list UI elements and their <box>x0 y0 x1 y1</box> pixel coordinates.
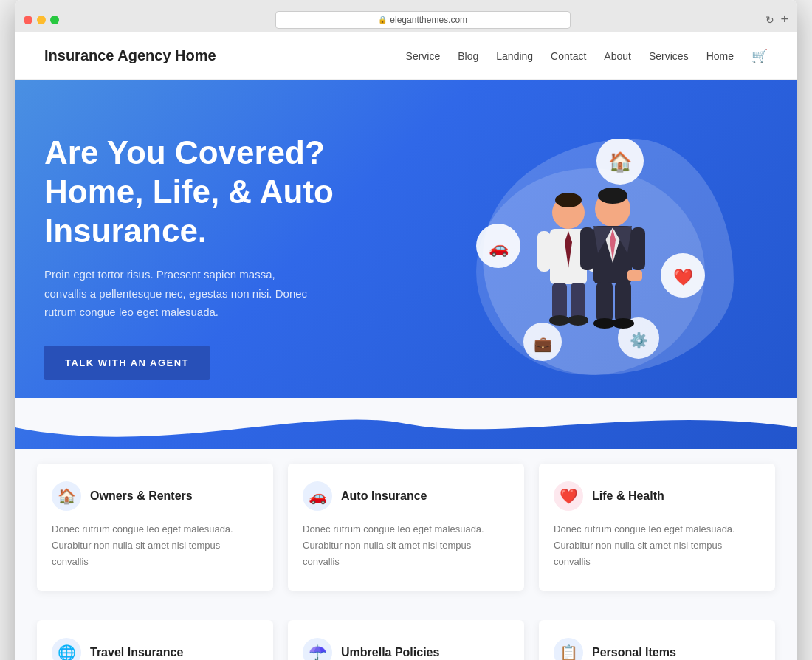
nav-landing[interactable]: Landing <box>496 50 533 62</box>
browser-chrome: 🔒 elegantthemes.com ↻ + <box>15 0 797 32</box>
svg-point-19 <box>549 315 570 326</box>
hero-title: Are You Covered?Home, Life, & AutoInsura… <box>44 134 399 250</box>
minimize-button[interactable] <box>37 16 46 24</box>
card-title-life: Life & Health <box>592 489 664 503</box>
svg-point-12 <box>555 193 582 207</box>
nav-home[interactable]: Home <box>706 50 734 62</box>
card-header-auto: 🚗 Auto Insurance <box>303 481 509 511</box>
card-icon-owners: 🏠 <box>52 481 81 511</box>
card-owners-renters[interactable]: 🏠 Owners & Renters Donec rutrum congue l… <box>37 464 273 591</box>
card-personal[interactable]: 📋 Personal Items Donec rutrum congue leo… <box>539 620 775 660</box>
svg-text:⚙️: ⚙️ <box>630 331 648 349</box>
site-logo: Insurance Agency Home <box>44 47 216 64</box>
card-icon-personal: 📋 <box>554 638 583 660</box>
nav-about[interactable]: About <box>604 50 631 62</box>
hero-illustration: 🏠 🚗 ❤️ ⚙️ 💼 <box>399 124 768 390</box>
card-header-umbrella: ☂️ Umbrella Policies <box>303 638 509 660</box>
card-text-auto: Donec rutrum congue leo eget malesuada. … <box>303 521 509 570</box>
card-umbrella[interactable]: ☂️ Umbrella Policies Donec rutrum congue… <box>288 620 524 660</box>
traffic-lights <box>24 16 59 24</box>
close-button[interactable] <box>24 16 32 24</box>
nav-blog[interactable]: Blog <box>458 50 478 62</box>
browser-window: 🔒 elegantthemes.com ↻ + Insurance Agency… <box>15 0 797 660</box>
svg-rect-15 <box>537 231 551 272</box>
svg-rect-28 <box>580 227 594 270</box>
wave-divider <box>15 398 797 449</box>
cart-icon[interactable]: 🛒 <box>751 48 768 64</box>
nav-contact[interactable]: Contact <box>551 50 586 62</box>
svg-point-34 <box>612 318 634 329</box>
cards-section-2: 🌐 Travel Insurance Donec rutrum congue l… <box>15 620 797 660</box>
nav-services[interactable]: Services <box>649 50 689 62</box>
card-header-travel: 🌐 Travel Insurance <box>52 638 258 660</box>
svg-rect-31 <box>596 282 613 322</box>
maximize-button[interactable] <box>50 16 59 24</box>
url-text: elegantthemes.com <box>390 15 467 25</box>
cards-grid-2: 🌐 Travel Insurance Donec rutrum congue l… <box>37 620 775 660</box>
svg-rect-18 <box>571 283 585 320</box>
svg-text:❤️: ❤️ <box>673 267 694 287</box>
site-nav: Service Blog Landing Contact About Servi… <box>406 48 768 64</box>
svg-rect-29 <box>631 227 645 270</box>
hero-description: Proin eget tortor risus. Praesent sapien… <box>44 265 310 322</box>
svg-point-20 <box>568 315 588 326</box>
hero-section: Are You Covered?Home, Life, & AutoInsura… <box>15 80 797 449</box>
hero-svg: 🏠 🚗 ❤️ ⚙️ 💼 <box>458 139 709 375</box>
svg-point-22 <box>598 188 627 204</box>
svg-rect-30 <box>627 270 642 281</box>
card-title-owners: Owners & Renters <box>90 489 193 503</box>
svg-rect-32 <box>615 282 631 322</box>
card-title-umbrella: Umbrella Policies <box>341 646 439 659</box>
new-tab-button[interactable]: + <box>780 12 788 27</box>
site-header: Insurance Agency Home Service Blog Landi… <box>15 32 797 80</box>
cards-grid-1: 🏠 Owners & Renters Donec rutrum congue l… <box>37 464 775 591</box>
card-icon-travel: 🌐 <box>52 638 81 660</box>
card-life-health[interactable]: ❤️ Life & Health Donec rutrum congue leo… <box>539 464 775 591</box>
card-text-life: Donec rutrum congue leo eget malesuada. … <box>554 521 760 570</box>
card-icon-auto: 🚗 <box>303 481 332 511</box>
card-header-personal: 📋 Personal Items <box>554 638 760 660</box>
card-icon-life: ❤️ <box>554 481 583 511</box>
svg-text:🚗: 🚗 <box>489 238 509 258</box>
card-title-travel: Travel Insurance <box>90 646 183 659</box>
address-bar[interactable]: 🔒 elegantthemes.com <box>275 11 571 29</box>
card-auto-insurance[interactable]: 🚗 Auto Insurance Donec rutrum congue leo… <box>288 464 524 591</box>
site-content: Insurance Agency Home Service Blog Landi… <box>15 32 797 660</box>
card-text-owners: Donec rutrum congue leo eget malesuada. … <box>52 521 258 570</box>
hero-content: Are You Covered?Home, Life, & AutoInsura… <box>44 134 399 380</box>
cards-section-1: 🏠 Owners & Renters Donec rutrum congue l… <box>15 449 797 620</box>
reload-icon[interactable]: ↻ <box>765 14 774 26</box>
card-title-personal: Personal Items <box>592 646 676 659</box>
svg-text:💼: 💼 <box>534 335 552 353</box>
card-travel[interactable]: 🌐 Travel Insurance Donec rutrum congue l… <box>37 620 273 660</box>
card-icon-umbrella: ☂️ <box>303 638 332 660</box>
talk-with-agent-button[interactable]: TALK WITH AN AGENT <box>44 346 210 380</box>
svg-rect-17 <box>552 283 567 320</box>
card-header-life: ❤️ Life & Health <box>554 481 760 511</box>
card-title-auto: Auto Insurance <box>341 489 427 503</box>
card-header-owners: 🏠 Owners & Renters <box>52 481 258 511</box>
lock-icon: 🔒 <box>378 16 387 24</box>
svg-text:🏠: 🏠 <box>608 150 633 173</box>
nav-service[interactable]: Service <box>406 50 441 62</box>
